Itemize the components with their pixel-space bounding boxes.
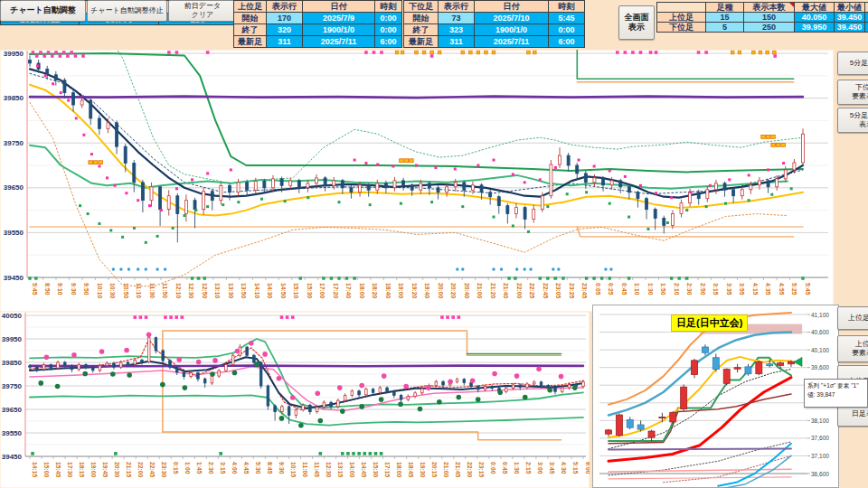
svg-text:10:30: 10:30	[109, 283, 116, 299]
svg-text:39550: 39550	[2, 429, 23, 437]
lower-frame-header: 下位足	[404, 1, 439, 13]
svg-text:5:25: 5:25	[791, 283, 797, 296]
svg-text:1:00: 1:00	[184, 462, 191, 474]
svg-text:1:30: 1:30	[514, 462, 520, 474]
svg-text:4:45: 4:45	[243, 462, 250, 474]
svg-text:11:50: 11:50	[162, 283, 168, 298]
svg-text:41,100: 41,100	[811, 312, 829, 318]
svg-text:17:40: 17:40	[345, 283, 352, 299]
svg-text:22:30: 22:30	[467, 462, 473, 478]
svg-text:38,100: 38,100	[811, 418, 829, 424]
svg-text:13:30: 13:30	[228, 283, 234, 299]
bar-type-header: 足種	[706, 3, 744, 13]
svg-text:39750: 39750	[2, 382, 23, 390]
min-value-header: 最小値	[835, 3, 865, 13]
settings-table: 足種 表示本数 最大値 最小値 上位足 15 150 40.050 39.450…	[656, 2, 868, 33]
svg-text:21:45: 21:45	[455, 462, 461, 478]
svg-text:2:10: 2:10	[674, 283, 680, 296]
svg-text:2:30: 2:30	[686, 283, 693, 296]
svg-text:5:15: 5:15	[572, 462, 579, 474]
svg-text:37,600: 37,600	[811, 435, 829, 441]
svg-text:17:15: 17:15	[384, 462, 391, 478]
svg-text:21:15: 21:15	[126, 462, 132, 478]
prev-day-data-clear-button[interactable]: 前日データ クリア	[168, 0, 237, 22]
svg-text:21:20: 21:20	[490, 283, 496, 299]
svg-text:17:30: 17:30	[67, 462, 73, 478]
svg-text:8:45: 8:45	[267, 462, 273, 474]
lower-frame-table: 下位足 表示行 日付 時刻 開始 73 2025/7/10 5:45 終了 32…	[403, 0, 585, 48]
svg-text:9:50: 9:50	[83, 283, 90, 296]
svg-text:5:30: 5:30	[255, 462, 261, 474]
svg-text:21:00: 21:00	[476, 283, 483, 299]
svg-text:40,600: 40,600	[811, 329, 829, 335]
svg-text:12:30: 12:30	[188, 283, 194, 299]
svg-text:39850: 39850	[2, 359, 23, 367]
lower-timeframe-chart[interactable]: 4005039950398503975039650395503945014:15…	[0, 312, 590, 488]
svg-text:1:50: 1:50	[660, 283, 666, 296]
svg-text:3:15: 3:15	[712, 283, 719, 296]
svg-text:18:40: 18:40	[385, 283, 392, 299]
trading-chart-workspace: 日付 現在値 ギャップ幅 2025/7/11 39.770 130 チャート自動…	[0, 0, 868, 488]
svg-text:0:25: 0:25	[608, 283, 614, 296]
svg-text:11:00: 11:00	[302, 462, 308, 477]
svg-text:23:45: 23:45	[581, 283, 588, 299]
svg-text:0:45: 0:45	[502, 462, 508, 474]
svg-text:21:00: 21:00	[443, 462, 449, 478]
upper-frame-display-button[interactable]: 上位足表示	[837, 306, 868, 330]
tooltip-value: 値: 39,847	[807, 390, 864, 399]
chart-tooltip: 系列 "+1σ" 要素 "1" 値: 39,847	[804, 379, 868, 408]
svg-text:22:00: 22:00	[137, 462, 144, 478]
svg-text:40050: 40050	[2, 312, 23, 320]
svg-text:3:00: 3:00	[537, 462, 543, 474]
svg-text:3:15: 3:15	[220, 462, 226, 474]
svg-text:9:10: 9:10	[57, 283, 63, 296]
svg-text:0:45: 0:45	[621, 283, 627, 296]
svg-text:2:30: 2:30	[208, 462, 214, 474]
svg-text:20:30: 20:30	[114, 462, 120, 478]
svg-text:3:45: 3:45	[549, 462, 555, 474]
svg-text:39850: 39850	[4, 94, 24, 102]
svg-text:18:20: 18:20	[372, 283, 378, 299]
svg-text:19:20: 19:20	[411, 283, 418, 299]
svg-text:11:45: 11:45	[314, 462, 320, 477]
svg-text:0:00: 0:00	[490, 462, 496, 474]
svg-text:22:45: 22:45	[149, 462, 156, 478]
5min-max-display-button[interactable]: 5分足最大 表示	[837, 108, 868, 133]
chart-auto-adjust-stop-button[interactable]: チャート自動調整停止	[87, 0, 167, 22]
fullscreen-button[interactable]: 全画面 表示	[618, 5, 655, 40]
svg-text:12:10: 12:10	[175, 283, 182, 299]
svg-text:22:00: 22:00	[516, 283, 523, 299]
svg-text:0:05: 0:05	[595, 283, 601, 296]
svg-text:18:45: 18:45	[408, 462, 414, 478]
svg-text:23:30: 23:30	[161, 462, 167, 478]
svg-text:19:00: 19:00	[90, 462, 97, 478]
chart-auto-adjust-button[interactable]: チャート自動調整	[0, 0, 86, 22]
svg-text:13:10: 13:10	[214, 283, 221, 299]
svg-text:19:45: 19:45	[102, 462, 108, 478]
show-5min-chart-button[interactable]: 5分足表示	[837, 52, 868, 75]
svg-text:22:45: 22:45	[542, 283, 549, 299]
svg-text:14:10: 14:10	[254, 283, 260, 299]
svg-text:13:50: 13:50	[241, 283, 247, 299]
daily-chart[interactable]: 41,10040,60040,10039,60039,10038,60038,1…	[592, 305, 839, 488]
svg-text:15:00: 15:00	[43, 462, 50, 478]
svg-text:15:30: 15:30	[373, 462, 379, 478]
svg-text:4:55: 4:55	[778, 283, 785, 296]
svg-text:3:55: 3:55	[739, 283, 745, 296]
svg-text:4:15: 4:15	[752, 283, 759, 296]
upper-timeframe-chart[interactable]: 3995039850397503965039550394505:458:509:…	[0, 50, 834, 312]
svg-text:17:20: 17:20	[333, 283, 339, 299]
svg-text:4:00: 4:00	[231, 462, 238, 474]
svg-text:18:00: 18:00	[396, 462, 402, 478]
upper-frame-elements-button[interactable]: 上位足 要素表示	[837, 335, 868, 362]
svg-text:3:35: 3:35	[726, 283, 732, 296]
svg-text:2:50: 2:50	[700, 283, 706, 296]
svg-text:5:45: 5:45	[805, 283, 811, 296]
svg-text:21:40: 21:40	[503, 283, 509, 299]
svg-text:14:45: 14:45	[361, 462, 367, 478]
svg-text:15:30: 15:30	[307, 283, 313, 299]
svg-text:19:00: 19:00	[398, 283, 404, 299]
lower-frame-elements-button[interactable]: 下位足 要素表示	[837, 80, 868, 105]
svg-text:15:10: 15:10	[293, 283, 299, 299]
svg-text:11:30: 11:30	[149, 283, 156, 298]
